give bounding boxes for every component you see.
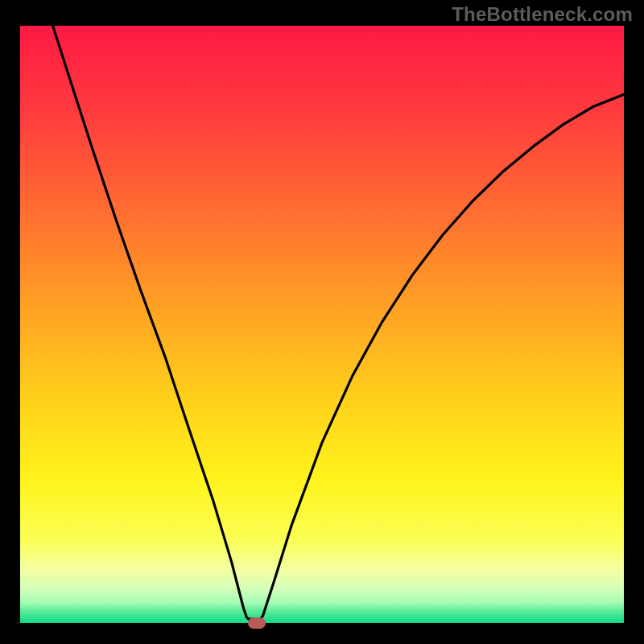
- gradient-background: [20, 26, 624, 623]
- minimum-marker: [248, 617, 266, 629]
- watermark-text: TheBottleneck.com: [452, 3, 633, 26]
- chart-frame: TheBottleneck.com: [0, 0, 644, 644]
- curve-chart-svg: [20, 26, 624, 623]
- plot-area: [20, 26, 624, 623]
